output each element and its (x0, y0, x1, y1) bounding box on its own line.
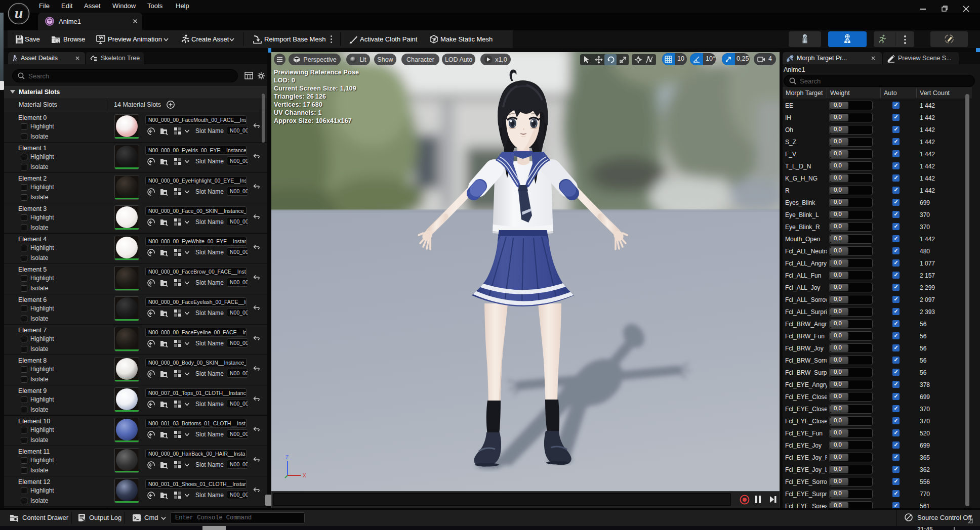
svg-text:X: X (303, 473, 306, 478)
svg-text:Z: Z (285, 455, 289, 460)
svg-text:u: u (15, 5, 23, 21)
